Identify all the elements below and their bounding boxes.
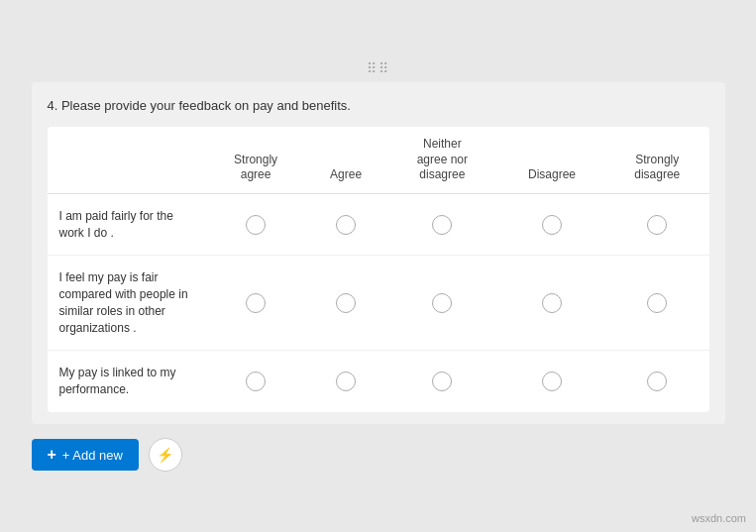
radio-1-agree[interactable] <box>336 215 356 235</box>
radio-cell-3-sd[interactable] <box>605 351 709 412</box>
add-new-label: + Add new <box>62 448 123 463</box>
radio-cell-3-n[interactable] <box>386 351 499 412</box>
row-label-1: I am paid fairly for the work I do . <box>48 193 206 256</box>
radio-2-disagree[interactable] <box>542 293 562 313</box>
radio-3-agree[interactable] <box>336 372 356 391</box>
radio-2-strongly-disagree[interactable] <box>647 293 667 313</box>
table-row: I feel my pay is fair compared with peop… <box>48 256 709 351</box>
radio-cell-1-d[interactable] <box>498 193 605 256</box>
radio-2-strongly-agree[interactable] <box>246 293 266 313</box>
add-new-button[interactable]: + + Add new <box>32 439 139 471</box>
radio-1-disagree[interactable] <box>542 215 562 235</box>
table-row: My pay is linked to my performance. <box>48 351 709 412</box>
lightning-icon: ⚡ <box>157 447 173 463</box>
column-header-neither: Neitheragree nordisagree <box>386 127 499 193</box>
radio-cell-2-n[interactable] <box>386 256 499 351</box>
radio-1-strongly-agree[interactable] <box>246 215 266 235</box>
radio-cell-2-d[interactable] <box>498 256 605 351</box>
table-row: I am paid fairly for the work I do . <box>48 193 709 256</box>
radio-cell-1-n[interactable] <box>386 193 499 256</box>
radio-cell-3-d[interactable] <box>498 351 605 412</box>
footer-bar: + + Add new ⚡ <box>32 438 725 472</box>
page-container: ⠿⠿ 4. Please provide your feedback on pa… <box>0 0 756 532</box>
radio-1-strongly-disagree[interactable] <box>647 215 667 235</box>
row-label-2: I feel my pay is fair compared with peop… <box>48 256 206 351</box>
radio-cell-1-sa[interactable] <box>206 193 306 256</box>
radio-cell-1-sd[interactable] <box>605 193 709 256</box>
radio-cell-3-sa[interactable] <box>206 351 306 412</box>
column-header-strongly-disagree: Stronglydisagree <box>605 127 709 193</box>
drag-handle: ⠿⠿ <box>367 60 390 76</box>
lightning-button[interactable]: ⚡ <box>149 438 182 472</box>
radio-cell-2-sd[interactable] <box>605 256 709 351</box>
column-header-agree: Agree <box>306 127 386 193</box>
radio-2-agree[interactable] <box>336 293 356 313</box>
radio-cell-2-a[interactable] <box>306 256 386 351</box>
radio-cell-3-a[interactable] <box>306 351 386 412</box>
row-label-3: My pay is linked to my performance. <box>48 351 206 412</box>
radio-3-disagree[interactable] <box>542 372 562 391</box>
plus-icon: + <box>48 447 56 463</box>
matrix-table: Stronglyagree Agree Neitheragree nordisa… <box>48 127 709 412</box>
column-header-strongly-agree: Stronglyagree <box>206 127 306 193</box>
radio-1-neither[interactable] <box>432 215 452 235</box>
column-header-disagree: Disagree <box>498 127 605 193</box>
radio-cell-1-a[interactable] <box>306 193 386 256</box>
watermark: wsxdn.com <box>692 512 746 524</box>
radio-3-strongly-agree[interactable] <box>246 372 266 391</box>
radio-2-neither[interactable] <box>432 293 452 313</box>
question-block: 4. Please provide your feedback on pay a… <box>32 82 725 424</box>
question-title: 4. Please provide your feedback on pay a… <box>48 98 709 113</box>
radio-cell-2-sa[interactable] <box>206 256 306 351</box>
column-header-empty <box>48 127 206 193</box>
radio-3-neither[interactable] <box>432 372 452 391</box>
radio-3-strongly-disagree[interactable] <box>647 372 667 391</box>
